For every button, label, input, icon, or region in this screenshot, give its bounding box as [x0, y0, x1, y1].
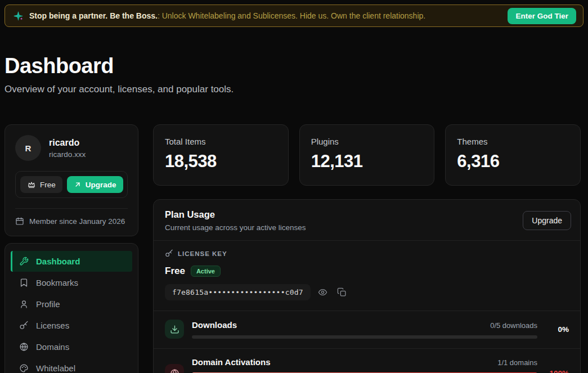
meter-title: Downloads: [192, 320, 237, 330]
calendar-icon: [15, 217, 24, 226]
download-icon: [165, 320, 184, 339]
copy-icon: [337, 287, 347, 297]
right-column: Total Items 18,538 Plugins 12,131 Themes…: [153, 124, 581, 373]
sidebar-item-licenses[interactable]: Licenses: [11, 315, 132, 336]
meter-percent: 100%: [545, 369, 569, 373]
page-header: Dashboard Overview of your account, lice…: [0, 32, 588, 95]
banner-gold-text: : Unlock Whitelabeling and Sublicenses. …: [158, 11, 425, 20]
enter-god-tier-button[interactable]: Enter God Tier: [508, 8, 576, 24]
domain-activations-meter: Domain Activations 1/1 domains Running l…: [154, 349, 580, 373]
copy-key-button[interactable]: [335, 285, 349, 299]
meter-percent: 0%: [545, 325, 569, 334]
sidebar-item-bookmarks[interactable]: Bookmarks: [11, 272, 132, 293]
sidebar-nav: Dashboard Bookmarks Profile Licenses: [5, 243, 138, 373]
plan-upgrade-button[interactable]: Upgrade: [523, 211, 571, 230]
sidebar-item-whitelabel[interactable]: Whitelabel: [11, 358, 132, 373]
page-subtitle: Overview of your account, licenses, and …: [5, 84, 583, 95]
sidebar-item-label: Licenses: [36, 321, 69, 330]
banner-message: Stop being a partner. Be the Boss.: Unlo…: [29, 11, 502, 20]
sidebar-item-profile[interactable]: Profile: [11, 294, 132, 314]
license-key-section: LICENSE KEY Free Active f7e8615a••••••••…: [154, 241, 580, 311]
page-title: Dashboard: [5, 54, 583, 78]
license-key-label: LICENSE KEY: [178, 250, 227, 257]
meter-count: 0/5 downloads: [490, 321, 537, 330]
user-icon: [19, 299, 29, 309]
stat-value: 18,538: [165, 151, 277, 172]
stat-card-plugins: Plugins 12,131: [299, 124, 435, 186]
downloads-progress-track: [192, 335, 537, 339]
profile-card: R ricardo ricardo.xxx Free Upgr: [5, 124, 138, 236]
member-since: Member since January 2026: [15, 217, 128, 226]
stat-card-total-items: Total Items 18,538: [153, 124, 289, 186]
sidebar-item-label: Whitelabel: [36, 363, 75, 373]
stat-label: Total Items: [165, 137, 277, 146]
free-plan-label: Free: [40, 181, 56, 189]
meter-count: 1/1 domains: [497, 358, 537, 367]
profile-handle: ricardo.xxx: [49, 150, 86, 159]
downloads-meter: Downloads 0/5 downloads 0%: [154, 311, 580, 348]
sidebar-item-label: Profile: [36, 299, 60, 309]
sidebar-item-dashboard[interactable]: Dashboard: [11, 251, 132, 272]
stats-row: Total Items 18,538 Plugins 12,131 Themes…: [153, 124, 581, 186]
profile-name: ricardo: [49, 138, 86, 148]
free-plan-badge[interactable]: Free: [20, 176, 62, 193]
meter-title: Domain Activations: [192, 357, 270, 367]
sidebar-item-domains[interactable]: Domains: [11, 336, 132, 357]
globe-icon: [165, 364, 184, 373]
stat-label: Themes: [457, 137, 569, 146]
banner-bold-text: Stop being a partner. Be the Boss.: [29, 11, 158, 20]
sidebar-item-label: Dashboard: [36, 257, 80, 266]
sparkles-icon: [13, 11, 24, 21]
wrench-icon: [19, 257, 29, 266]
divider: [15, 208, 128, 209]
avatar: R: [15, 135, 41, 161]
stat-value: 6,316: [457, 151, 569, 172]
upgrade-button[interactable]: Upgrade: [67, 176, 123, 193]
reveal-key-button[interactable]: [316, 285, 330, 299]
palette-icon: [19, 363, 29, 373]
upgrade-label: Upgrade: [86, 181, 116, 189]
active-status-badge: Active: [191, 266, 221, 277]
plan-usage-title: Plan Usage: [165, 209, 306, 220]
stat-card-themes: Themes 6,316: [445, 124, 581, 186]
sidebar-item-label: Domains: [36, 342, 69, 352]
globe-icon: [19, 342, 29, 352]
eye-icon: [318, 287, 327, 297]
plan-usage-card: Plan Usage Current usage across your act…: [153, 199, 581, 373]
arrow-up-right-icon: [74, 181, 82, 188]
plan-name: Free: [165, 266, 185, 277]
member-since-label: Member since January 2026: [29, 217, 125, 226]
key-icon: [19, 321, 29, 330]
stat-label: Plugins: [311, 137, 423, 146]
masked-license-key: f7e8615a•••••••••••••••••c0d7: [165, 284, 311, 300]
sidebar-item-label: Bookmarks: [36, 278, 78, 287]
promo-banner: Stop being a partner. Be the Boss.: Unlo…: [5, 5, 583, 27]
bookmark-icon: [19, 278, 29, 287]
plan-usage-subtitle: Current usage across your active license…: [165, 223, 306, 232]
key-icon: [165, 249, 173, 258]
stat-value: 12,131: [311, 151, 423, 172]
left-column: R ricardo ricardo.xxx Free Upgr: [5, 124, 138, 373]
crown-icon: [27, 180, 36, 189]
plan-box: Free Upgrade: [15, 171, 128, 198]
